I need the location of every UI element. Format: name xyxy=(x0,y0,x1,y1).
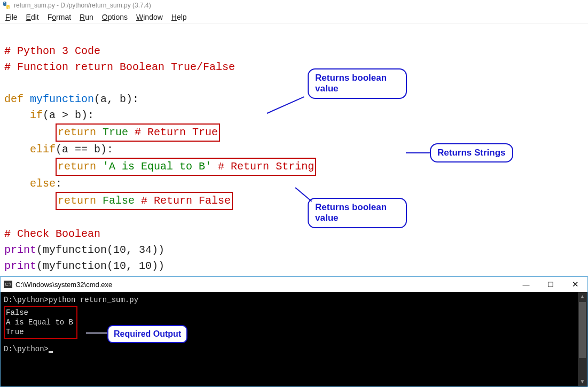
kw-def: def xyxy=(4,93,23,105)
fn-name: myfunction xyxy=(30,93,94,105)
kw-else: else xyxy=(30,177,56,190)
menu-options[interactable]: Options xyxy=(102,13,128,21)
return-string-box: return 'A is Equal to B' # Return String xyxy=(56,158,316,176)
callout-boolean-top: Returns booleanvalue xyxy=(308,68,407,99)
menu-window[interactable]: Window xyxy=(136,13,163,21)
console-title: C:\Windows\system32\cmd.exe xyxy=(15,281,112,289)
code-comment: # Python 3 Code xyxy=(4,45,100,57)
minimize-button[interactable]: — xyxy=(514,277,538,292)
maximize-button[interactable]: ☐ xyxy=(538,277,563,292)
callout-strings: Returns Strings xyxy=(430,143,513,162)
console-body[interactable]: D:\python>python return_sum.py False A i… xyxy=(1,292,587,386)
console-line: D:\python>python return_sum.py xyxy=(4,295,584,305)
cond: (a > b): xyxy=(43,109,94,121)
console-output: True xyxy=(6,327,73,337)
svg-point-2 xyxy=(4,2,5,3)
builtin-print: print xyxy=(4,244,36,256)
svg-point-3 xyxy=(8,7,9,9)
svg-rect-1 xyxy=(6,5,10,9)
builtin-print: print xyxy=(4,260,36,272)
close-button[interactable]: ✕ xyxy=(563,277,587,292)
console-window: C:\ C:\Windows\system32\cmd.exe — ☐ ✕ D:… xyxy=(0,276,588,387)
output-box: False A is Equal to B True xyxy=(4,306,77,339)
return-true-box: return True # Return True xyxy=(56,123,220,142)
kw-elif: elif xyxy=(30,143,56,156)
console-titlebar: C:\ C:\Windows\system32\cmd.exe — ☐ ✕ xyxy=(1,277,587,292)
connector-line xyxy=(406,152,430,153)
scroll-thumb[interactable] xyxy=(579,302,586,358)
code-comment: # Function return Boolean True/False xyxy=(4,61,235,73)
window-title: return_sum.py - D:/python/return_sum.py … xyxy=(14,2,151,9)
cmd-icon: C:\ xyxy=(4,281,12,288)
callout-boolean-bottom: Returns booleanvalue xyxy=(308,198,407,228)
params: (a, b): xyxy=(94,93,139,105)
window-controls: — ☐ ✕ xyxy=(514,277,587,292)
svg-rect-0 xyxy=(3,2,6,6)
python-icon xyxy=(2,1,11,10)
kw-if: if xyxy=(30,109,43,121)
menu-file[interactable]: File xyxy=(5,13,18,21)
menu-run[interactable]: Run xyxy=(80,13,93,21)
menu-bar: File Edit Format Run Options Window Help xyxy=(0,11,588,24)
scroll-down-icon[interactable]: ▼ xyxy=(578,377,587,386)
console-output: False xyxy=(6,308,73,318)
return-false-box: return False # Return False xyxy=(56,192,233,210)
code-comment: # Check Boolean xyxy=(4,228,100,240)
cursor xyxy=(49,351,53,353)
menu-format[interactable]: Format xyxy=(48,13,71,21)
title-bar: return_sum.py - D:/python/return_sum.py … xyxy=(0,0,588,11)
menu-help[interactable]: Help xyxy=(171,13,187,21)
console-output: A is Equal to B xyxy=(6,318,73,327)
connector-line xyxy=(86,332,107,334)
console-line: D:\python> xyxy=(4,344,584,354)
menu-edit[interactable]: Edit xyxy=(26,13,39,21)
callout-required-output: Required Output xyxy=(107,325,187,343)
console-scrollbar[interactable]: ▲ ▼ xyxy=(578,292,587,386)
scroll-up-icon[interactable]: ▲ xyxy=(578,292,587,301)
cond: (a == b): xyxy=(56,143,113,156)
